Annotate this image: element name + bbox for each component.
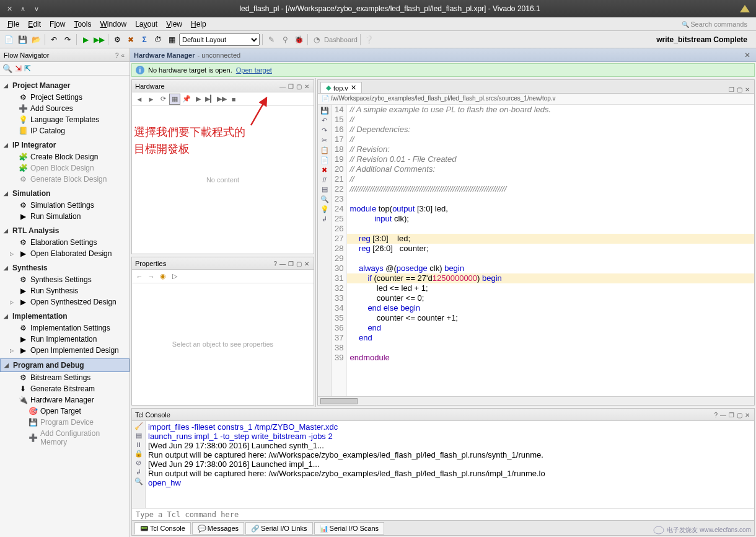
- section-synthesis[interactable]: ◢Synthesis: [0, 262, 130, 274]
- wrap-icon[interactable]: ↲: [136, 468, 141, 476]
- pointer-icon[interactable]: ▷: [169, 271, 180, 282]
- paste-icon[interactable]: 📄: [320, 156, 329, 164]
- stop-icon[interactable]: ⊘: [136, 459, 141, 467]
- dashboard-icon[interactable]: ◔: [310, 33, 323, 46]
- run-step-icon[interactable]: ▶▶: [93, 33, 105, 46]
- nav-item-language-templates[interactable]: 💡Language Templates: [0, 114, 130, 125]
- highlight-icon[interactable]: ◉: [157, 271, 169, 282]
- console-output[interactable]: import_files -fileset constrs_1 /tmp/ZYB…: [146, 421, 754, 508]
- close-icon[interactable]: ✕: [303, 260, 310, 267]
- undo-icon[interactable]: ↶: [322, 117, 327, 125]
- debug-icon[interactable]: 🐞: [292, 33, 305, 46]
- minimize-icon[interactable]: —: [278, 83, 287, 90]
- maximize-icon[interactable]: ▢: [736, 86, 744, 93]
- layout-icon[interactable]: ▦: [165, 33, 178, 46]
- back-icon[interactable]: ←: [134, 271, 145, 282]
- delete-icon[interactable]: ✖: [322, 166, 327, 174]
- code-area[interactable]: 1415161718192021222324252627282930313233…: [332, 105, 754, 396]
- search-nav-icon[interactable]: 🔍: [2, 64, 12, 73]
- timing-icon[interactable]: ⏱: [152, 33, 164, 46]
- close-icon[interactable]: ✕: [742, 51, 752, 60]
- bottom-tab-serial-i-o-links[interactable]: 🔗Serial I/O Links: [245, 522, 313, 535]
- find-icon[interactable]: 🔍: [134, 477, 143, 486]
- nav-item-generate-bitstream[interactable]: ⬇Generate Bitstream: [0, 383, 130, 394]
- bottom-tab-messages[interactable]: 💬Messages: [192, 522, 244, 535]
- maximize-icon[interactable]: ▢: [295, 260, 303, 267]
- menu-file[interactable]: File: [4, 19, 23, 30]
- wrap-icon[interactable]: ↲: [322, 215, 327, 223]
- open-target-link[interactable]: Open target: [236, 66, 272, 74]
- redo-icon[interactable]: ↷: [61, 33, 74, 46]
- menu-edit[interactable]: Edit: [24, 19, 45, 30]
- nav-item-synthesis-settings[interactable]: ⚙Synthesis Settings: [0, 274, 130, 285]
- nav-item-create-block-design[interactable]: 🧩Create Block Design: [0, 151, 130, 162]
- cut-icon[interactable]: ✂: [322, 136, 327, 144]
- find-icon[interactable]: 🔍: [320, 195, 329, 203]
- collapse-all-icon[interactable]: ⇱: [24, 64, 31, 73]
- section-ip-integrator[interactable]: ◢IP Integrator: [0, 139, 130, 151]
- open-icon[interactable]: 📂: [30, 33, 42, 46]
- expand-icon[interactable]: ▤: [136, 432, 142, 440]
- nav-item-ip-catalog[interactable]: 📒IP Catalog: [0, 125, 130, 136]
- pause-icon[interactable]: ⏸: [135, 441, 142, 448]
- copy-icon[interactable]: 📋: [320, 146, 329, 154]
- nav-item-run-synthesis[interactable]: ▶Run Synthesis: [0, 285, 130, 296]
- maximize-icon[interactable]: ▢: [295, 83, 303, 90]
- menu-flow[interactable]: Flow: [46, 19, 69, 30]
- nav-subitem-open-target[interactable]: 🎯Open Target: [0, 406, 130, 417]
- menu-help[interactable]: Help: [187, 19, 210, 30]
- restore-icon[interactable]: ❐: [727, 412, 736, 419]
- bulb-icon[interactable]: 💡: [320, 205, 329, 213]
- undo-icon[interactable]: ↶: [48, 33, 60, 46]
- refresh-icon[interactable]: ⟳: [157, 94, 169, 105]
- nav-item-simulation-settings[interactable]: ⚙Simulation Settings: [0, 200, 130, 211]
- layout-selector[interactable]: Default Layout: [179, 33, 260, 46]
- nav-item-elaboration-settings[interactable]: ⚙Elaboration Settings: [0, 237, 130, 248]
- section-project-manager[interactable]: ◢Project Manager: [0, 79, 130, 92]
- play-icon[interactable]: ▶: [193, 94, 204, 105]
- minimize-icon[interactable]: —: [719, 412, 727, 419]
- help-icon[interactable]: ❔: [363, 33, 376, 46]
- nav-item-open-implemented-design[interactable]: ▷▶Open Implemented Design: [0, 345, 130, 356]
- save-icon[interactable]: 💾: [16, 33, 29, 46]
- section-rtl-analysis[interactable]: ◢RTL Analysis: [0, 224, 130, 237]
- nav-item-project-settings[interactable]: ⚙Project Settings: [0, 92, 130, 103]
- nav-item-open-synthesized-design[interactable]: ▷▶Open Synthesized Design: [0, 296, 130, 308]
- settings-icon[interactable]: ⚙: [111, 33, 123, 46]
- help-icon[interactable]: ?: [272, 260, 278, 267]
- close-icon[interactable]: ✕: [5, 4, 14, 13]
- nav-item-implementation-settings[interactable]: ⚙Implementation Settings: [0, 322, 130, 334]
- minimize-icon[interactable]: ∧: [19, 4, 27, 13]
- section-program-and-debug[interactable]: ◢Program and Debug: [0, 358, 130, 372]
- step-icon[interactable]: ▶▎: [204, 94, 216, 105]
- help-icon[interactable]: ?: [713, 412, 719, 419]
- collapse-icon[interactable]: «: [120, 52, 126, 59]
- grid-icon[interactable]: ▦: [169, 94, 180, 105]
- search-commands[interactable]: Search commands: [678, 19, 753, 29]
- maximize-icon[interactable]: ▢: [736, 412, 744, 419]
- expand-icon[interactable]: ⇲: [15, 64, 22, 73]
- editor-tab[interactable]: ◆ top.v ✕: [320, 82, 362, 93]
- cancel-icon[interactable]: ✖: [125, 33, 137, 46]
- nav-item-hardware-manager[interactable]: 🔌Hardware Manager: [0, 394, 130, 406]
- menu-window[interactable]: Window: [96, 19, 130, 30]
- redo-icon[interactable]: ↷: [322, 126, 327, 135]
- ff-icon[interactable]: ▶▶: [216, 94, 227, 105]
- scroll-lock-icon[interactable]: 🔒: [134, 450, 143, 458]
- fwd-icon[interactable]: →: [146, 271, 157, 282]
- minimize-icon[interactable]: —: [278, 260, 287, 267]
- clear-icon[interactable]: 🧹: [134, 422, 143, 430]
- pin-icon[interactable]: ✎: [265, 33, 278, 46]
- section-simulation[interactable]: ◢Simulation: [0, 187, 130, 200]
- bottom-tab-tcl-console[interactable]: 📟Tcl Console: [134, 522, 191, 535]
- section-implementation[interactable]: ◢Implementation: [0, 310, 130, 322]
- fwd-icon[interactable]: ►: [146, 94, 157, 105]
- nav-item-open-elaborated-design[interactable]: ▷▶Open Elaborated Design: [0, 248, 130, 259]
- bookmark-icon[interactable]: ▤: [322, 185, 328, 193]
- close-icon[interactable]: ✕: [744, 86, 751, 93]
- help-small-icon[interactable]: ?: [114, 52, 120, 59]
- sigma-icon[interactable]: Σ: [138, 33, 151, 46]
- nav-item-run-implementation[interactable]: ▶Run Implementation: [0, 334, 130, 345]
- close-icon[interactable]: ✕: [744, 412, 751, 419]
- dashboard-label[interactable]: Dashboard: [324, 36, 358, 43]
